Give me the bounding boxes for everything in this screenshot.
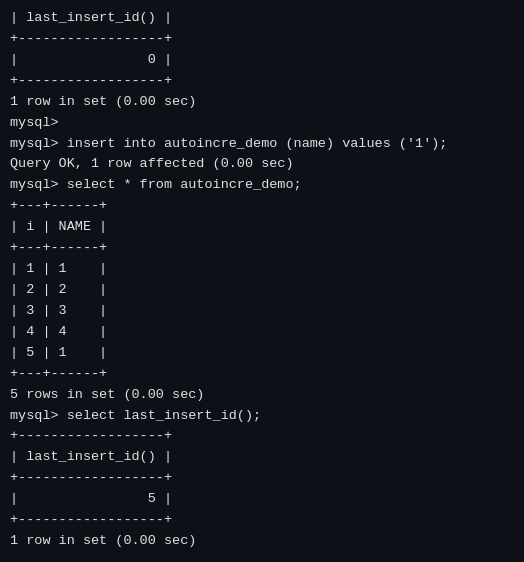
terminal-line: | last_insert_id() | — [10, 447, 514, 468]
terminal-line: mysql> — [10, 113, 514, 134]
terminal-line: | 5 | — [10, 489, 514, 510]
terminal-line: | 4 | 4 | — [10, 322, 514, 343]
terminal-line: +------------------+ — [10, 468, 514, 489]
terminal-line: | last_insert_id() | — [10, 8, 514, 29]
terminal-line: +------------------+ — [10, 29, 514, 50]
terminal-line: 1 row in set (0.00 sec) — [10, 531, 514, 552]
terminal-line: | 1 | 1 | — [10, 259, 514, 280]
terminal-line: +---+------+ — [10, 238, 514, 259]
terminal-line: +------------------+ — [10, 426, 514, 447]
terminal-line: | 2 | 2 | — [10, 280, 514, 301]
terminal-line: +------------------+ — [10, 71, 514, 92]
terminal-line: 5 rows in set (0.00 sec) — [10, 385, 514, 406]
terminal-line: Query OK, 1 row affected (0.00 sec) — [10, 154, 514, 175]
terminal-line: mysql> select * from autoincre_demo; — [10, 175, 514, 196]
terminal-line: | 3 | 3 | — [10, 301, 514, 322]
terminal-line: +---+------+ — [10, 364, 514, 385]
terminal-line: mysql> insert into autoincre_demo (name)… — [10, 134, 514, 155]
terminal-line: +---+------+ — [10, 196, 514, 217]
terminal-line: +------------------+ — [10, 510, 514, 531]
terminal-line: mysql> select last_insert_id(); — [10, 406, 514, 427]
terminal-line: | 5 | 1 | — [10, 343, 514, 364]
terminal-line: 1 row in set (0.00 sec) — [10, 92, 514, 113]
terminal-line: | i | NAME | — [10, 217, 514, 238]
terminal-output: | last_insert_id() |+------------------+… — [10, 8, 514, 552]
terminal-line: | 0 | — [10, 50, 514, 71]
